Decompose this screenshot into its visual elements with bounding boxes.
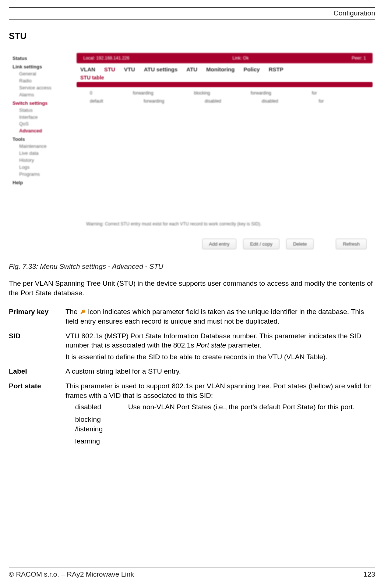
edit-copy-button[interactable]: Edit / copy [243, 239, 279, 249]
tab[interactable]: ATU [186, 66, 197, 72]
sidebar-group-active[interactable]: Switch settings [13, 101, 70, 106]
primary-key-icon [80, 309, 85, 314]
text: It is essential to define the SID to be … [66, 352, 375, 362]
screenshot-table-header [77, 82, 373, 87]
definition-desc: The icon indicates which parameter field… [66, 306, 375, 329]
tab[interactable]: ATU settings [144, 66, 177, 72]
cell: for [318, 97, 324, 106]
definition-desc: VTU 802.1s (MSTP) Port State Information… [66, 330, 375, 366]
footer-left: © RACOM s.r.o. – RAy2 Microwave Link [9, 570, 134, 578]
footer-rule [9, 567, 375, 567]
sidebar-group[interactable]: Tools [13, 137, 70, 142]
tab[interactable]: STU [104, 66, 115, 72]
sidebar-group[interactable]: Link settings [13, 64, 70, 70]
definition-row: SID VTU 802.1s (MSTP) Port State Informa… [9, 330, 375, 366]
sidebar-group[interactable]: Help [13, 180, 70, 186]
sub-val: Use non-VLAN Port States (i.e., the port… [128, 402, 355, 414]
sidebar-item[interactable]: Interface [19, 115, 70, 120]
text: icon indicates which parameter field is … [66, 308, 364, 325]
add-entry-button[interactable]: Add entry [202, 239, 237, 249]
sidebar-item[interactable]: Programs [19, 172, 70, 177]
sidebar-item[interactable]: Status [19, 108, 70, 113]
table-row[interactable]: default forwarding disabled disabled for [90, 97, 370, 106]
sidebar-item[interactable]: Maintenance [19, 144, 70, 149]
definition-desc: A custom string label for a STU entry. [66, 365, 375, 380]
cell: disabled [205, 97, 221, 106]
cell: forwarding [251, 89, 271, 97]
sidebar-item[interactable]: QoS [19, 121, 70, 127]
cell: disabled [262, 97, 278, 106]
header-section: Configuration [9, 9, 375, 17]
sidebar-item[interactable]: History [19, 158, 70, 163]
screenshot-tabs: VLAN STU VTU ATU settings ATU Monitoring… [80, 66, 370, 72]
sub-val [128, 436, 355, 448]
section-title: STU [9, 31, 375, 41]
cell: default [90, 97, 103, 106]
sub-key: learning [75, 436, 128, 448]
definition-table: Primary key The icon indicates which par… [9, 306, 375, 452]
header-top-rule [9, 7, 375, 8]
cell: forwarding [133, 89, 154, 97]
sub-row: learning [75, 436, 355, 448]
cell: blocking [194, 89, 210, 97]
definition-term: Primary key [9, 306, 66, 329]
tab[interactable]: VTU [124, 66, 135, 72]
sidebar-item[interactable]: General [19, 71, 70, 77]
table-row[interactable]: 0 forwarding blocking forwarding for [90, 89, 370, 97]
cell: for [312, 89, 317, 97]
definition-row: Label A custom string label for a STU en… [9, 365, 375, 380]
cell: forwarding [144, 97, 164, 106]
tab[interactable]: Policy [243, 66, 260, 72]
screenshot-main: Local: 192.168.141.226 Link: Ok Peer: 1 … [75, 50, 374, 256]
screenshot-sidebar: Status Link settings General Radio Servi… [13, 53, 70, 187]
definition-desc: This parameter is used to support 802.1s… [66, 380, 375, 452]
sidebar-item-active[interactable]: Advanced [19, 128, 70, 134]
page-number: 123 [363, 570, 375, 578]
tab[interactable]: VLAN [80, 66, 95, 72]
screenshot: Status Link settings General Radio Servi… [9, 50, 374, 256]
delete-button[interactable]: Delete [286, 239, 314, 249]
sub-val [128, 414, 355, 436]
page-footer: © RACOM s.r.o. – RAy2 Microwave Link 123 [9, 567, 375, 578]
definition-row: Primary key The icon indicates which par… [9, 306, 375, 329]
definition-term: Port state [9, 380, 66, 452]
text: This parameter is used to support 802.1s… [66, 381, 375, 400]
tab[interactable]: RSTP [269, 66, 283, 72]
screenshot-warning: Warning: Correct STU entry must exist fo… [86, 221, 261, 227]
tab[interactable]: Monitoring [206, 66, 235, 72]
sidebar-item[interactable]: Logs [19, 165, 70, 170]
sub-row: blocking /listening [75, 414, 355, 436]
sidebar-item[interactable]: Radio [19, 78, 70, 84]
figure-caption: Fig. 7.33: Menu Switch settings - Advanc… [9, 263, 375, 271]
sub-key: disabled [75, 402, 128, 414]
sub-row: disabled Use non-VLAN Port States (i.e.,… [75, 402, 355, 414]
port-state-subtable: disabled Use non-VLAN Port States (i.e.,… [75, 402, 355, 448]
definition-term: SID [9, 330, 66, 366]
screenshot-subhead: STU table [80, 75, 374, 81]
topbar-right: Peer: 1 [352, 56, 366, 61]
screenshot-table-rows: 0 forwarding blocking forwarding for def… [90, 89, 370, 105]
text: parameter. [226, 341, 261, 349]
sidebar-item[interactable]: Alarms [19, 92, 70, 98]
screenshot-topbar: Local: 192.168.141.226 Link: Ok Peer: 1 [77, 53, 373, 63]
cell: 0 [90, 89, 92, 97]
topbar-mid: Link: Ok [232, 56, 249, 61]
text: The [66, 308, 80, 316]
screenshot-buttons: Add entry Edit / copy Delete Refresh [202, 239, 367, 249]
button-gap [320, 239, 329, 249]
italic-text: Port state [196, 341, 226, 349]
sub-key: blocking /listening [75, 414, 128, 436]
refresh-button[interactable]: Refresh [336, 239, 367, 249]
sidebar-item[interactable]: Service access [19, 85, 70, 91]
page: Configuration STU Status Link settings G… [0, 0, 384, 588]
intro-paragraph: The per VLAN Spanning Tree Unit (STU) in… [9, 279, 375, 297]
topbar-left: Local: 192.168.141.226 [83, 56, 129, 61]
sidebar-group[interactable]: Status [13, 56, 70, 61]
header-underline [9, 19, 375, 20]
definition-row: Port state This parameter is used to sup… [9, 380, 375, 452]
sidebar-item[interactable]: Live data [19, 151, 70, 156]
definition-term: Label [9, 365, 66, 380]
